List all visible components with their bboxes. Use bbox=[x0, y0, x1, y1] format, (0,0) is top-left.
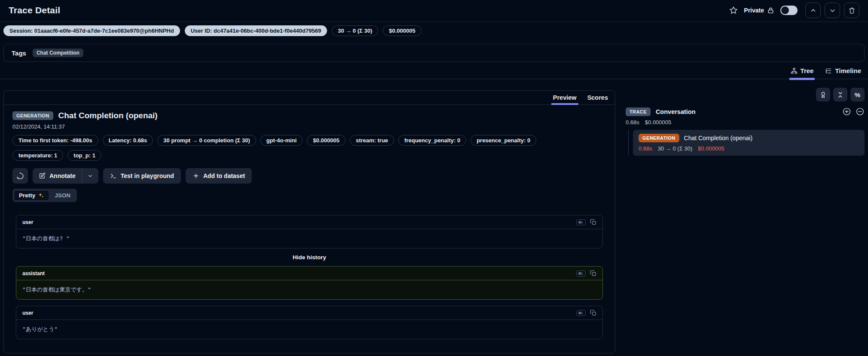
award-icon bbox=[819, 91, 827, 98]
markdown-toggle-icon[interactable]: M↓ bbox=[576, 219, 586, 225]
add-to-dataset-button[interactable]: Add to dataset bbox=[186, 168, 252, 184]
node-metrics: 0.68s 30 → 0 (Σ 30) $0.000005 bbox=[639, 145, 859, 152]
page-title: Trace Detail bbox=[9, 5, 60, 15]
generation-type-badge: GENERATION bbox=[639, 134, 679, 142]
cost-badge: $0.000005 bbox=[383, 25, 421, 36]
annotate-label: Annotate bbox=[49, 172, 76, 179]
toggle-metrics-button[interactable]: % bbox=[850, 88, 865, 101]
tag-chat-competition[interactable]: Chat Competition bbox=[33, 49, 83, 57]
message-panel-user-2: user M↓ "ありがとう" bbox=[16, 306, 603, 339]
presence-penalty-badge: presence_penalty: 0 bbox=[471, 135, 536, 146]
message-panel-assistant: assistant M↓ "日本の首都は東京です。" bbox=[16, 266, 603, 300]
bookmark-star-button[interactable] bbox=[729, 6, 738, 15]
tree-node-row: GENERATION Chat Completion (openai) 0.68… bbox=[626, 130, 865, 156]
test-in-playground-button[interactable]: Test in playground bbox=[103, 168, 181, 184]
annotate-dropdown-button[interactable] bbox=[82, 168, 98, 184]
messages-list: user M↓ "日本の首都は? " Hide history bbox=[16, 215, 603, 339]
tree-icon bbox=[791, 68, 798, 74]
chevron-down-icon bbox=[829, 7, 836, 14]
model-badge: gpt-4o-mini bbox=[260, 135, 303, 146]
delete-trace-button[interactable] bbox=[844, 3, 859, 18]
annotate-button[interactable]: Annotate bbox=[33, 168, 82, 184]
observation-timestamp: 02/12/2024, 14:11:37 bbox=[12, 123, 606, 130]
plus-icon bbox=[193, 172, 199, 179]
node-latency: 0.68s bbox=[639, 145, 652, 152]
temperature-badge: temperature: 1 bbox=[12, 150, 63, 161]
message-header: assistant M↓ bbox=[16, 267, 602, 280]
time-to-first-token-badge: Time to first token: -498.00s bbox=[12, 135, 98, 146]
circle-minus-icon bbox=[856, 107, 865, 116]
frequency-penalty-badge: frequency_penalty: 0 bbox=[398, 135, 466, 146]
trace-root-row[interactable]: TRACE Conversation bbox=[626, 107, 865, 116]
user-id-badge[interactable]: User ID: dc47a41e-06bc-400d-bde1-f0e440d… bbox=[185, 25, 327, 36]
star-icon bbox=[729, 6, 738, 15]
session-badge[interactable]: Session: 01aaacf6-e0fe-457d-a7de-7c1ee08… bbox=[3, 25, 180, 36]
format-pretty-option[interactable]: Pretty bbox=[14, 190, 49, 201]
circle-plus-icon bbox=[842, 107, 851, 116]
observation-title: Chat Completion (openai) bbox=[58, 111, 158, 120]
markdown-toggle-icon[interactable]: M↓ bbox=[576, 270, 586, 276]
tab-timeline[interactable]: Timeline bbox=[825, 67, 861, 74]
collapse-all-circle-button[interactable] bbox=[856, 107, 865, 116]
node-cost: $0.000005 bbox=[698, 145, 724, 152]
copy-button[interactable] bbox=[590, 219, 596, 225]
collapse-all-button[interactable] bbox=[833, 88, 847, 101]
format-json-option[interactable]: JSON bbox=[49, 190, 76, 201]
message-role: user bbox=[22, 219, 33, 225]
top-bar-actions: Private bbox=[729, 3, 859, 18]
trace-stats: 0.68s $0.000005 bbox=[626, 119, 865, 126]
lock-icon bbox=[767, 7, 774, 14]
expand-all-button[interactable] bbox=[842, 107, 851, 116]
next-trace-button[interactable] bbox=[825, 3, 840, 18]
message-panel-user-1: user M↓ "日本の首都は? " bbox=[16, 215, 603, 249]
format-toggle: Pretty JSON bbox=[12, 189, 77, 202]
view-tabs: Tree Timeline bbox=[0, 62, 868, 79]
tab-tree-label: Tree bbox=[801, 67, 814, 74]
tab-scores[interactable]: Scores bbox=[587, 94, 608, 101]
detail-card-body: GENERATION Chat Completion (openai) 02/1… bbox=[4, 105, 615, 348]
trace-type-badge: TRACE bbox=[626, 107, 651, 116]
visibility-label: Private bbox=[744, 7, 764, 14]
message-tools: M↓ bbox=[576, 219, 596, 225]
top-p-badge: top_p: 1 bbox=[67, 150, 101, 161]
toggle-knob bbox=[781, 6, 789, 14]
toggle-scores-button[interactable] bbox=[816, 88, 830, 101]
chevron-up-icon bbox=[810, 7, 817, 14]
trace-cost: $0.000005 bbox=[645, 119, 671, 126]
observation-actions: Annotate Test in playground bbox=[12, 168, 606, 184]
token-usage-badge: 30 → 0 (Σ 30) bbox=[332, 25, 378, 36]
tags-box: Tags Chat Competition bbox=[3, 44, 865, 62]
add-to-dataset-label: Add to dataset bbox=[203, 172, 245, 179]
tree-indent-line bbox=[628, 130, 629, 156]
chevron-down-icon bbox=[87, 173, 93, 179]
sparkles-icon bbox=[38, 192, 44, 199]
comments-button[interactable] bbox=[12, 168, 28, 184]
hide-history-button[interactable]: Hide history bbox=[16, 254, 603, 261]
observation-header: GENERATION Chat Completion (openai) bbox=[12, 111, 606, 120]
node-title: Chat Completion (openai) bbox=[684, 135, 753, 141]
terminal-icon bbox=[110, 172, 117, 179]
observation-metric-badges: Time to first token: -498.00s Latency: 0… bbox=[12, 135, 554, 161]
trace-meta-row: Session: 01aaacf6-e0fe-457d-a7de-7c1ee08… bbox=[0, 22, 868, 40]
trash-icon bbox=[848, 7, 856, 14]
tab-preview[interactable]: Preview bbox=[553, 94, 577, 101]
node-header: GENERATION Chat Completion (openai) bbox=[639, 134, 859, 142]
annotate-pen-icon bbox=[39, 172, 46, 179]
percent-icon: % bbox=[855, 91, 860, 98]
visibility-label-group: Private bbox=[744, 7, 774, 14]
stream-badge: stream: true bbox=[350, 135, 394, 146]
message-header: user M↓ bbox=[16, 215, 602, 229]
node-tokens: 30 → 0 (Σ 30) bbox=[658, 145, 692, 152]
tags-label: Tags bbox=[12, 49, 26, 57]
copy-button[interactable] bbox=[590, 310, 596, 316]
tab-tree[interactable]: Tree bbox=[791, 67, 814, 74]
comment-bubble-icon bbox=[17, 172, 24, 180]
previous-trace-button[interactable] bbox=[805, 3, 821, 18]
trace-latency: 0.68s bbox=[626, 119, 639, 126]
generation-node-selected[interactable]: GENERATION Chat Completion (openai) 0.68… bbox=[633, 130, 865, 156]
public-sharing-toggle[interactable] bbox=[780, 6, 798, 15]
markdown-toggle-icon[interactable]: M↓ bbox=[576, 310, 586, 316]
generation-type-badge: GENERATION bbox=[12, 111, 53, 120]
timeline-icon bbox=[825, 68, 832, 74]
copy-button[interactable] bbox=[590, 270, 596, 276]
